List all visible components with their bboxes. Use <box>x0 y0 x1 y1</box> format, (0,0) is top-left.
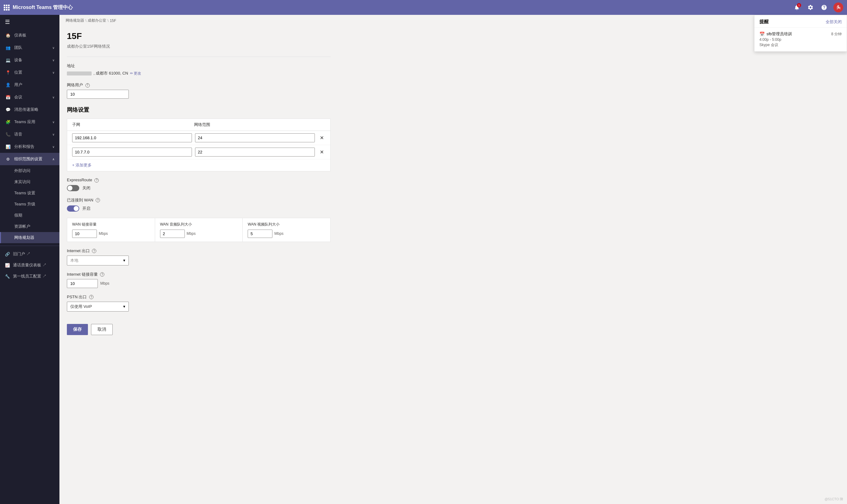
sidebar-item-locations[interactable]: 📍 位置 ∨ <box>0 66 59 78</box>
connected-wan-toggle-row: 开启 <box>67 205 331 212</box>
chevron-down-icon: ∨ <box>52 58 54 62</box>
network-row-2: ✕ <box>67 145 330 159</box>
pstn-egress-info-icon[interactable]: ? <box>89 295 93 299</box>
express-route-toggle[interactable] <box>67 185 79 191</box>
sidebar-item-meetings[interactable]: 📅 会议 ∨ <box>0 91 59 103</box>
sidebar-item-dashboard[interactable]: 🏠 仪表板 <box>0 29 59 41</box>
address-edit-link[interactable]: ✏ 更改 <box>130 71 141 76</box>
sidebar-sub-item-network-planner[interactable]: 网络规划器 <box>0 232 59 243</box>
notification-close-all-button[interactable]: 全部关闭 <box>826 19 842 25</box>
help-icon[interactable] <box>820 3 828 12</box>
sidebar-external-legacy[interactable]: 🔗 旧门户 ↗ <box>0 249 59 259</box>
legacy-icon: 🔗 <box>5 252 10 256</box>
sidebar-item-voice[interactable]: 📞 语音 ∨ <box>0 128 59 141</box>
breadcrumb-item-1[interactable]: 网络规划器 <box>66 18 84 23</box>
sidebar-item-label: 组织范围的设置 <box>14 156 49 162</box>
app-title: Microsoft Teams 管理中心 <box>13 4 790 11</box>
wan-video-input[interactable] <box>248 230 272 238</box>
sidebar-item-org-settings[interactable]: ⚙ 组织范围的设置 ∧ <box>0 153 59 165</box>
chevron-up-icon: ∧ <box>52 158 54 161</box>
notification-item-time: 8 分钟 <box>831 32 842 37</box>
wan-audio-cell: WAN 音频队列大小 Mbps <box>155 218 243 241</box>
delete-row-2-button[interactable]: ✕ <box>318 148 325 156</box>
connected-wan-info-icon[interactable]: ? <box>96 198 100 202</box>
address-text: , 成都市 61000, CN ✏ 更改 <box>67 71 331 76</box>
wan-capacity-cell: WAN 链接容量 Mbps <box>67 218 155 241</box>
sidebar-sub-item-label: 网络规划器 <box>14 235 34 240</box>
address-label: 地址 <box>67 63 331 69</box>
breadcrumb-item-2[interactable]: 成都办公室 <box>88 18 106 23</box>
save-button[interactable]: 保存 <box>67 324 88 335</box>
sidebar-item-teams-apps[interactable]: 🧩 Teams 应用 ∨ <box>0 116 59 128</box>
sidebar-item-teams[interactable]: 👥 团队 ∨ <box>0 41 59 54</box>
sidebar-external-frontline[interactable]: 🔧 第一线员工配置 ↗ <box>0 271 59 282</box>
delete-row-1-button[interactable]: ✕ <box>318 134 325 142</box>
subnet-input-1[interactable] <box>72 133 192 142</box>
sidebar-item-messaging[interactable]: 💬 消息传递策略 <box>0 103 59 116</box>
network-table-header: 子网 网络范围 <box>67 119 330 131</box>
internet-egress-dropdown[interactable]: 本地 ▾ <box>67 255 129 266</box>
address-value: , 成都市 61000, CN <box>93 71 128 76</box>
main-content: 网络规划器 \ 成都办公室 \ 15F 15F 成都办公室15F网络情况 地址 … <box>59 15 847 504</box>
content-area: 15F 成都办公室15F网络情况 地址 , 成都市 61000, CN ✏ 更改… <box>59 26 338 342</box>
sidebar-item-label: 会议 <box>14 94 49 100</box>
sidebar-item-analytics[interactable]: 📊 分析和报告 ∨ <box>0 141 59 153</box>
teams-icon: 👥 <box>5 44 11 51</box>
settings-icon[interactable] <box>806 3 815 12</box>
analytics-icon: 📊 <box>5 144 11 150</box>
internet-egress-info-icon[interactable]: ? <box>92 249 96 253</box>
app-grid-icon[interactable] <box>4 5 10 11</box>
sidebar-item-label: 设备 <box>14 57 49 63</box>
sidebar-sub-item-guest-access[interactable]: 来宾访问 <box>0 176 59 187</box>
sidebar-sub-item-holidays[interactable]: 假期 <box>0 210 59 221</box>
sidebar-sub-item-teams-upgrade[interactable]: Teams 升级 <box>0 199 59 210</box>
cancel-button[interactable]: 取消 <box>91 324 113 335</box>
sidebar-item-label: 分析和报告 <box>14 144 49 149</box>
dropdown-arrow-icon: ▾ <box>123 258 125 263</box>
range-input-2[interactable] <box>195 148 315 157</box>
sidebar-item-devices[interactable]: 💻 设备 ∨ <box>0 54 59 66</box>
sidebar-external-call-quality[interactable]: 📈 通话质量仪表板 ↗ <box>0 259 59 271</box>
network-users-input[interactable] <box>67 90 129 99</box>
sidebar-sub-item-resource-accounts[interactable]: 资源帐户 <box>0 221 59 232</box>
pstn-egress-section: PSTN 出口 ? 仅使用 VoIP ▾ <box>67 294 331 311</box>
internet-egress-placeholder: 本地 <box>70 258 78 263</box>
notifications-icon[interactable]: 1 <box>793 3 801 12</box>
sidebar-external-label: 第一线员工配置 ↗ <box>13 273 47 279</box>
layout: ☰ 🏠 仪表板 👥 团队 ∨ 💻 设备 ∨ 📍 位置 ∨ 👤 用户 📅 会议 ∨ <box>0 15 847 504</box>
chevron-down-icon: ∨ <box>52 46 54 50</box>
sidebar-item-users[interactable]: 👤 用户 <box>0 78 59 91</box>
subnet-column-header: 子网 <box>72 122 194 127</box>
add-more-label: + 添加更多 <box>72 162 92 168</box>
wan-capacity-input[interactable] <box>72 230 97 238</box>
page-description: 成都办公室15F网络情况 <box>67 43 331 57</box>
wan-capacity-label: WAN 链接容量 <box>72 222 150 227</box>
sidebar-sub-item-external-access[interactable]: 外部访问 <box>0 165 59 176</box>
sidebar-divider <box>0 246 59 246</box>
sidebar-sub-item-label: 假期 <box>14 213 22 218</box>
range-input-1[interactable] <box>195 133 315 142</box>
sidebar-sub-item-teams-settings[interactable]: Teams 设置 <box>0 187 59 199</box>
express-route-info-icon[interactable]: ? <box>94 178 99 182</box>
pstn-egress-label: PSTN 出口 ? <box>67 294 331 300</box>
notification-item-title: 📅 sfb管理员培训 8 分钟 <box>759 31 842 37</box>
topbar-icons: 1 头 <box>793 2 843 12</box>
wan-audio-row: Mbps <box>160 230 238 238</box>
avatar[interactable]: 头 <box>833 2 843 12</box>
internet-capacity-input[interactable] <box>67 279 98 288</box>
internet-capacity-info-icon[interactable]: ? <box>100 272 104 276</box>
network-users-section: 网络用户 ? <box>67 82 331 99</box>
subnet-input-2[interactable] <box>72 148 192 157</box>
pstn-egress-dropdown[interactable]: 仅使用 VoIP ▾ <box>67 302 129 311</box>
add-more-button[interactable]: + 添加更多 <box>67 159 330 171</box>
sidebar-hamburger[interactable]: ☰ <box>0 15 59 29</box>
notification-panel-title: 提醒 <box>759 19 769 25</box>
topbar: Microsoft Teams 管理中心 1 头 <box>0 0 847 15</box>
notification-item-name: sfb管理员培训 <box>766 31 792 37</box>
sidebar-item-label: Teams 应用 <box>14 119 49 125</box>
connected-wan-toggle[interactable] <box>67 205 79 212</box>
wan-audio-input[interactable] <box>160 230 185 238</box>
internet-capacity-label: Internet 链接容量 ? <box>67 272 331 277</box>
toggle-thumb <box>68 186 72 191</box>
network-users-info-icon[interactable]: ? <box>85 83 90 88</box>
